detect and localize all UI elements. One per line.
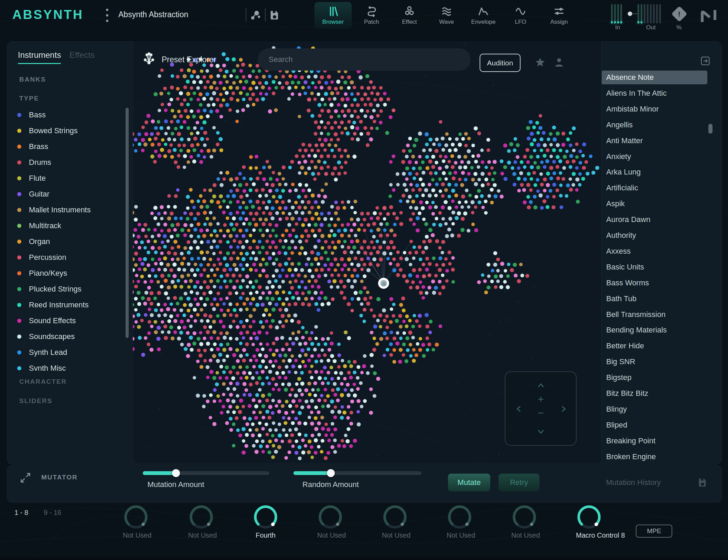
sidebar-item-guitar[interactable]: Guitar: [17, 189, 50, 200]
preset-row[interactable]: Basic Units: [601, 260, 707, 274]
preset-name: Bath Tub: [606, 294, 636, 303]
sidebar-item-plucked-strings[interactable]: Plucked Strings: [17, 284, 82, 295]
sidebar-scrollbar[interactable]: [126, 108, 129, 338]
macro-bank-1-8[interactable]: 1 - 8: [14, 509, 28, 517]
macro-knob-2[interactable]: Not Used: [188, 503, 214, 541]
preset-row[interactable]: Absence Note: [601, 71, 707, 84]
character-header[interactable]: CHARACTER: [19, 378, 67, 385]
preset-row[interactable]: Big SNR: [601, 355, 707, 369]
sidebar-item-bowed-strings[interactable]: Bowed Strings: [17, 125, 78, 136]
tab-envelope[interactable]: Envelope: [465, 2, 502, 29]
tab-effect[interactable]: Effect: [391, 2, 428, 29]
sidebar-item-mallet-instruments[interactable]: Mallet Instruments: [17, 204, 91, 215]
search-input[interactable]: [258, 49, 470, 70]
user-icon[interactable]: [553, 56, 565, 68]
sidebar-item-reed-instruments[interactable]: Reed Instruments: [17, 299, 89, 310]
pan-right-button[interactable]: [558, 403, 569, 415]
pan-up-button[interactable]: [535, 380, 547, 391]
divider: [133, 41, 133, 464]
cpu-warning-icon[interactable]: !: [671, 6, 687, 22]
preset-row[interactable]: Bath Tub: [601, 292, 707, 306]
slider-track[interactable]: [143, 471, 269, 475]
banks-header[interactable]: BANKS: [19, 76, 46, 83]
macro-knob-8[interactable]: Macro Control 8: [576, 503, 602, 541]
sidebar-item-percussion[interactable]: Percussion: [17, 252, 66, 263]
sidebar-item-drums[interactable]: Drums: [17, 157, 51, 168]
preset-row[interactable]: Bitz Bitz Bitz: [601, 387, 707, 400]
tab-instruments[interactable]: Instruments: [18, 50, 61, 60]
preset-row[interactable]: Bass Worms: [601, 276, 707, 290]
preset-row[interactable]: Better Hide: [601, 339, 707, 353]
preset-row[interactable]: Anti Matter: [601, 134, 707, 148]
preset-row[interactable]: Arka Lung: [601, 165, 707, 179]
preset-explorer-header: Preset Explorer Audition: [133, 41, 601, 83]
preset-row[interactable]: Aspik: [601, 197, 707, 211]
tab-patch[interactable]: Patch: [353, 2, 390, 29]
macro-knob-3[interactable]: Fourth: [253, 503, 279, 541]
mutation-history-label[interactable]: Mutation History: [590, 478, 676, 487]
macro-bank-9-16[interactable]: 9 - 16: [44, 509, 61, 517]
sidebar-item-synth-lead[interactable]: Synth Lead: [17, 347, 67, 358]
sidebar-item-sound-effects[interactable]: Sound Effects: [17, 315, 76, 326]
mutate-button[interactable]: Mutate: [448, 474, 490, 492]
zoom-in-button[interactable]: +: [535, 393, 547, 405]
sidebar-item-bass[interactable]: Bass: [17, 109, 46, 120]
expand-mutator-icon[interactable]: [19, 472, 32, 485]
save-mutation-icon[interactable]: [698, 478, 707, 489]
preset-list-scrollbar[interactable]: [708, 124, 713, 134]
sidebar-item-svnth-misc[interactable]: Svnth Misc: [17, 363, 66, 374]
slider-track[interactable]: [293, 471, 421, 475]
preset-name: Basic Units: [606, 263, 644, 272]
tab-assign[interactable]: Assign: [540, 2, 578, 29]
preset-row[interactable]: Anxiety: [601, 150, 707, 163]
preset-row[interactable]: Artificialic: [601, 181, 707, 195]
preset-row[interactable]: Bell Transmission: [601, 308, 707, 321]
preset-row[interactable]: Breaking Point: [601, 434, 707, 448]
pan-down-button[interactable]: [535, 426, 547, 437]
preset-row[interactable]: Bigstep: [601, 371, 707, 384]
sliders-header[interactable]: SLIDERS: [19, 397, 52, 405]
tab-effects[interactable]: Effects: [69, 50, 95, 60]
preset-row[interactable]: Bliped: [601, 418, 707, 432]
save-icon[interactable]: [268, 9, 281, 21]
macro-knob-4[interactable]: Not Used: [317, 503, 343, 541]
preset-row[interactable]: Aurora Dawn: [601, 213, 707, 226]
tab-lfo[interactable]: LFO: [502, 2, 539, 29]
sidebar-item-flute[interactable]: Flute: [17, 173, 46, 184]
tab-wave[interactable]: Wave: [428, 2, 465, 29]
search-box[interactable]: [258, 49, 470, 71]
pan-left-button[interactable]: [513, 403, 525, 415]
slider-thumb[interactable]: [172, 469, 180, 477]
type-header[interactable]: TYPE: [19, 95, 39, 102]
preset-row[interactable]: Ambistab Minor: [601, 102, 707, 116]
preset-row[interactable]: Broken Engine: [601, 450, 707, 464]
preset-row[interactable]: Authority: [601, 229, 707, 242]
favorite-star-icon[interactable]: [534, 56, 546, 68]
preset-row[interactable]: Angellis: [601, 118, 707, 132]
tab-browser[interactable]: Browser: [314, 2, 352, 29]
sidebar-item-multitrack[interactable]: Multitrack: [17, 220, 61, 231]
randomize-molecule-icon[interactable]: [249, 9, 261, 21]
slider-thumb[interactable]: [327, 469, 335, 477]
retry-button[interactable]: Retry: [499, 474, 539, 492]
macro-knob-1[interactable]: Not Used: [123, 503, 149, 541]
sidebar-item-piano-keys[interactable]: Piano/Keys: [17, 268, 67, 279]
macro-knob-7[interactable]: Not Used: [511, 503, 537, 541]
slider-label: Random Amount: [276, 480, 386, 489]
preset-row[interactable]: Axxess: [601, 244, 707, 258]
macro-knob-5[interactable]: Not Used: [382, 503, 408, 541]
preset-row[interactable]: Blingy: [601, 402, 707, 416]
lfo-icon: [515, 5, 526, 18]
audition-button[interactable]: Audition: [480, 54, 521, 72]
preset-name: Authority: [606, 231, 636, 240]
zoom-out-button[interactable]: −: [535, 407, 547, 419]
logo-menu-icon[interactable]: [106, 9, 109, 22]
macro-knob-6[interactable]: Not Used: [447, 503, 473, 541]
preset-row[interactable]: Aliens In The Attic: [601, 86, 707, 100]
mpe-button[interactable]: MPE: [636, 525, 672, 538]
sidebar-item-brass[interactable]: Brass: [17, 141, 48, 152]
sidebar-item-organ[interactable]: Organ: [17, 236, 50, 247]
preset-row[interactable]: Bending Materials: [601, 323, 707, 337]
collapse-panel-icon[interactable]: [699, 55, 711, 67]
sidebar-item-soundscapes[interactable]: Soundscapes: [17, 331, 75, 342]
